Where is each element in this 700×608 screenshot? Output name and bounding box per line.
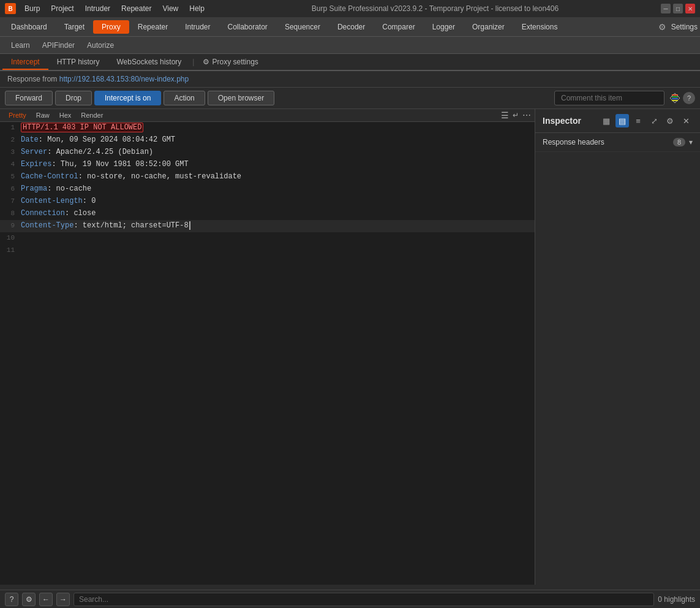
nav-organizer[interactable]: Organizer [464,20,513,34]
inspector-icons: ▦ ▤ ≡ ⤢ ⚙ ✕ [600,114,693,127]
colorful-icon [669,93,680,104]
burp-logo: B [5,3,16,14]
nav-repeater[interactable]: Repeater [129,20,176,34]
search-input[interactable] [73,593,654,606]
close-button[interactable]: ✕ [685,4,695,13]
proxy-settings-label: Proxy settings [212,58,258,66]
maximize-button[interactable]: □ [673,4,683,13]
window-controls: ─ □ ✕ [661,4,695,13]
inspector-close-icon[interactable]: ✕ [679,114,693,127]
nav-decoder[interactable]: Decoder [329,20,374,34]
table-row: 4 Expires: Thu, 19 Nov 1981 08:52:00 GMT [0,159,535,171]
table-row: 8 Connection: close [0,208,535,220]
subnav-apifinder[interactable]: APIFinder [36,39,81,51]
inspector-list-icon[interactable]: ▤ [615,114,629,127]
table-row: 10 [0,232,535,245]
nav-intruder[interactable]: Intruder [176,20,219,34]
menu-help[interactable]: Help [184,3,209,14]
response-bar: Response from http://192.168.43.153:80/n… [0,71,700,88]
inspector-header: Inspector ▦ ▤ ≡ ⤢ ⚙ ✕ [535,109,700,133]
comment-input[interactable] [554,91,664,105]
inspector-settings-icon[interactable]: ⚙ [663,114,677,127]
intercept-on-button[interactable]: Intercept is on [94,91,161,105]
tab-bar: Intercept HTTP history WebSockets histor… [0,54,700,71]
settings-gear-icon[interactable]: ⚙ [658,22,666,32]
inspector-grid-icon[interactable]: ▦ [600,114,613,127]
menu-view[interactable]: View [157,3,183,14]
toolbar: Forward Drop Intercept is on Action Open… [0,88,700,109]
forward-button[interactable]: Forward [5,91,53,105]
main-nav: Dashboard Target Proxy Repeater Intruder… [0,17,700,37]
action-button[interactable]: Action [164,91,205,105]
subnav-autorize[interactable]: Autorize [81,39,120,51]
minimize-button[interactable]: ─ [661,4,671,13]
tab-intercept[interactable]: Intercept [2,55,48,70]
response-url: http://192.168.43.153:80/new-index.php [59,75,189,83]
inspector-expand-icon[interactable]: ⤢ [647,114,661,127]
nav-logger[interactable]: Logger [424,20,464,34]
highlights-count: 0 highlights [658,595,695,604]
bottom-bar: ? ⚙ ← → 0 highlights [0,590,700,608]
table-row: 1 HTTP/1.1 403 IP NOT ALLOWED [0,122,535,134]
nav-sequencer[interactable]: Sequencer [276,20,329,34]
inspector-title: Inspector [543,116,581,126]
help-icon[interactable]: ? [683,92,695,104]
subnav-learn[interactable]: Learn [5,39,36,51]
list-icon[interactable]: ☰ [501,110,509,120]
nav-proxy[interactable]: Proxy [93,20,129,34]
inspector-section-response-headers[interactable]: Response headers 8 ▾ [535,133,700,152]
settings-bottom-icon[interactable]: ⚙ [22,593,36,606]
tab-websockets-history[interactable]: WebSockets history [108,55,190,70]
format-tab-hex[interactable]: Hex [55,110,77,120]
code-content: 1 HTTP/1.1 403 IP NOT ALLOWED 2 Date: Mo… [0,122,535,257]
window-title: Burp Suite Professional v2023.9.2 - Temp… [209,4,661,13]
code-area[interactable]: Pretty Raw Hex Render ☰ ↵ ⋯ 1 HTTP/1.1 4… [0,109,535,585]
menu-burp[interactable]: Burp [20,3,45,14]
menu-repeater[interactable]: Repeater [116,3,156,14]
back-button[interactable]: ← [39,593,53,606]
proxy-settings-tab[interactable]: ⚙ Proxy settings [197,55,264,69]
code-toolbar-icons: ☰ ↵ ⋯ [501,110,531,120]
menu-intruder[interactable]: Intruder [80,3,115,14]
inspector-align-icon[interactable]: ≡ [631,114,645,127]
format-tab-render[interactable]: Render [76,110,108,120]
menu-dots-icon[interactable]: ⋯ [522,110,531,120]
table-row: 11 [0,245,535,257]
format-tab-raw[interactable]: Raw [31,110,55,120]
response-label: Response from [7,75,59,83]
table-row: 3 Server: Apache/2.4.25 (Debian) [0,146,535,159]
settings-label[interactable]: Settings [671,23,698,31]
sub-nav: Learn APIFinder Autorize [0,37,700,54]
table-row: 6 Pragma: no-cache [0,183,535,196]
nav-target[interactable]: Target [56,20,93,34]
open-browser-button[interactable]: Open browser [208,91,274,105]
nav-dashboard[interactable]: Dashboard [2,20,56,34]
chevron-down-icon: ▾ [689,138,693,146]
help-bottom-icon[interactable]: ? [5,593,18,606]
format-tab-pretty[interactable]: Pretty [4,110,31,120]
format-tabs: Pretty Raw Hex Render [4,110,108,120]
tab-separator: | [192,58,194,66]
nav-collaborator[interactable]: Collaborator [219,20,276,34]
editor-container: Pretty Raw Hex Render ☰ ↵ ⋯ 1 HTTP/1.1 4… [0,109,700,585]
drop-button[interactable]: Drop [55,91,92,105]
menu-project[interactable]: Project [46,3,78,14]
nav-settings-area: ⚙ Settings [658,22,698,32]
section-count: 8 [673,138,685,146]
tab-http-history[interactable]: HTTP history [48,55,108,70]
section-title: Response headers [543,138,604,146]
table-row: 9 Content-Type: text/html; charset=UTF-8 [0,220,535,232]
forward-nav-button[interactable]: → [56,593,70,606]
nav-extensions[interactable]: Extensions [513,20,566,34]
title-bar-left: B Burp Project Intruder Repeater View He… [5,3,209,14]
gear-icon: ⚙ [203,58,209,66]
newline-icon[interactable]: ↵ [513,111,519,120]
table-row: 7 Content-Length: 0 [0,196,535,208]
title-bar: B Burp Project Intruder Repeater View He… [0,0,700,17]
nav-comparer[interactable]: Comparer [374,20,423,34]
table-row: 5 Cache-Control: no-store, no-cache, mus… [0,171,535,183]
table-row: 2 Date: Mon, 09 Sep 2024 08:04:42 GMT [0,134,535,146]
inspector-panel: Inspector ▦ ▤ ≡ ⤢ ⚙ ✕ Response headers 8… [535,109,700,585]
